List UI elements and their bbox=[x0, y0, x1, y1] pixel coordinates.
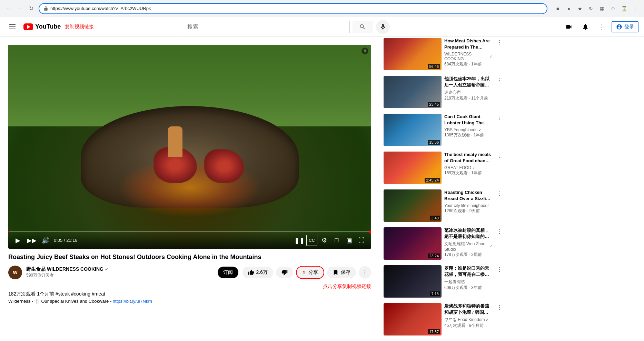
thumb-duration: 17:37 bbox=[428, 329, 440, 334]
sidebar-title: 罗翔：谁是说口秀的天花板，我可是在二楼丨吐槽大会 bbox=[444, 265, 493, 278]
sidebar-title: 范冰冰被封殺的真相，絕不是最初你知道的那樣，水太深、鱼... bbox=[444, 227, 493, 240]
thumbs-down-icon bbox=[281, 269, 288, 276]
more-options-button[interactable]: ⋮ bbox=[595, 20, 609, 34]
create-icon bbox=[565, 23, 572, 30]
sidebar-title: 他顶包坐牢25年，出狱后一人创立黑帮帝国，成为一代黑帮教... bbox=[444, 76, 493, 88]
current-time: 0:05 bbox=[54, 238, 62, 243]
miniplayer-button[interactable]: □ bbox=[331, 235, 342, 246]
subscribe-button[interactable]: 订阅 bbox=[218, 267, 238, 278]
sidebar-info: How Meat Dishes Are Prepared In The Vill… bbox=[444, 38, 493, 70]
reload-button[interactable]: ↻ bbox=[26, 4, 36, 13]
share-button[interactable]: ⇧ 分享 bbox=[296, 266, 324, 279]
more-vert-button[interactable]: ⋮ bbox=[495, 76, 504, 84]
sidebar-info: 范冰冰被封殺的真相，絕不是最初你知道的那樣，水太深、鱼... 文昭思维馆-Wen… bbox=[444, 227, 493, 260]
video-area: ℹ ▶ ▶▶ 🔊 0:05 / 21:18 ❚❚ CC ⚙ bbox=[0, 37, 379, 341]
sidebar-item[interactable]: 23:45 他顶包坐牢25年，出狱后一人创立黑帮帝国，成为一代黑帮教... 迷途… bbox=[382, 74, 505, 110]
sidebar-item[interactable]: 巴西传统烧烤牛排 아디보이 Yummyboy 70万次观看 · 1个月前 ⋮ bbox=[382, 340, 505, 341]
youtube-logo[interactable]: YouTube bbox=[23, 23, 61, 30]
video-stats: 182万次观看 1个月前 #steak #cooking #meat bbox=[8, 291, 371, 297]
video-player[interactable]: ℹ ▶ ▶▶ 🔊 0:05 / 21:18 ❚❚ CC ⚙ bbox=[8, 45, 371, 249]
search-input[interactable] bbox=[183, 24, 349, 30]
hand bbox=[168, 126, 182, 157]
profile-button[interactable]: ● bbox=[564, 4, 574, 13]
play-button[interactable]: ▶ bbox=[12, 235, 23, 246]
sidebar-info: 他顶包坐牢25年，出狱后一人创立黑帮帝国，成为一代黑帮教... 迷途心声 219… bbox=[444, 76, 493, 108]
video-info-button[interactable]: ℹ bbox=[361, 48, 368, 54]
more-vert-button[interactable]: ⋮ bbox=[495, 152, 504, 160]
favorites-button[interactable]: ★ bbox=[575, 4, 585, 13]
play-icon bbox=[27, 25, 30, 29]
sidebar-stats: 159万次观看 · 1年前 bbox=[444, 170, 493, 176]
captions-button[interactable]: CC bbox=[306, 235, 317, 246]
volume-button[interactable]: 🔊 bbox=[40, 235, 51, 246]
thumb-duration: 56:46 bbox=[428, 64, 440, 69]
sidebar-item[interactable]: 17:37 炭烤战斧和独特的番茄和胡萝卜泡菜 / 韩国肉类餐厅 쿠드킹 Food… bbox=[382, 302, 505, 337]
verified-badge: ✓ bbox=[105, 267, 108, 272]
header-left: YouTube 复制视频链接 bbox=[6, 20, 94, 34]
video-title: Roasting Juicy Beef Steaks on Hot Stones… bbox=[8, 253, 371, 261]
refresh-button[interactable]: ↻ bbox=[586, 4, 596, 13]
settings-button[interactable]: ⚙ bbox=[319, 235, 330, 246]
next-button[interactable]: ▶▶ bbox=[26, 235, 37, 246]
save-button[interactable]: 保存 bbox=[327, 267, 356, 278]
dislike-button[interactable] bbox=[276, 267, 293, 278]
verified-icon: ✓ bbox=[486, 318, 489, 322]
sidebar-item[interactable]: 7:18 罗翔：谁是说口秀的天花板，我可是在二楼丨吐槽大会 一起看综艺 606万… bbox=[382, 264, 505, 299]
video-content bbox=[8, 45, 371, 249]
forward-button[interactable]: → bbox=[15, 4, 25, 13]
notifications-button[interactable] bbox=[578, 20, 592, 34]
sidebar-stats: 1280次观看 · 9天前 bbox=[444, 208, 493, 214]
back-button[interactable]: ← bbox=[4, 4, 14, 13]
browser-nav-buttons: ← → ↻ bbox=[4, 4, 36, 13]
more-vert-button[interactable]: ⋮ bbox=[495, 227, 504, 236]
sidebar-item[interactable]: 56:46 How Meat Dishes Are Prepared In Th… bbox=[382, 37, 505, 72]
video-meta: Roasting Juicy Beef Steaks on Hot Stones… bbox=[8, 249, 371, 308]
more-vert-button[interactable]: ⋮ bbox=[495, 189, 504, 198]
sidebar-title: The best meaty meals of Great Food chann… bbox=[444, 152, 493, 164]
fullscreen-button[interactable]: ⛶ bbox=[356, 235, 367, 246]
header-right: ⋮ 登录 bbox=[562, 20, 638, 34]
more-tools-button[interactable]: ⋮ bbox=[630, 4, 640, 13]
sign-in-button[interactable]: 登录 bbox=[612, 21, 638, 32]
bookmark-button[interactable]: ✩ bbox=[608, 4, 618, 13]
share-icon: ⇧ bbox=[302, 270, 306, 275]
main-layout: ℹ ▶ ▶▶ 🔊 0:05 / 21:18 ❚❚ CC ⚙ bbox=[0, 37, 644, 341]
like-button[interactable]: 2.6万 bbox=[242, 267, 273, 278]
collections-button[interactable]: ▦ bbox=[597, 4, 607, 13]
sidebar-stats: 684万次观看 · 1年前 bbox=[444, 61, 493, 67]
sidebar-stats: 606万次观看 · 3年前 bbox=[444, 285, 493, 291]
sidebar-item[interactable]: 3:40 Roasting Chicken Breast Over a Sizz… bbox=[382, 188, 505, 223]
theater-button[interactable]: ▣ bbox=[344, 235, 355, 246]
create-button[interactable] bbox=[562, 20, 576, 34]
more-vert-button[interactable]: ⋮ bbox=[495, 265, 504, 273]
url-input[interactable] bbox=[50, 6, 543, 11]
sidebar-item[interactable]: 15:36 Can I Cook Giant Lobster Using The… bbox=[382, 112, 505, 147]
more-actions-button[interactable]: ⋮ bbox=[359, 266, 371, 279]
microphone-button[interactable] bbox=[376, 20, 390, 34]
sidebar-channel: 쿠드킹 Food Kingdom✓ bbox=[444, 317, 493, 323]
share-label: 分享 bbox=[308, 269, 318, 276]
more-vert-button[interactable]: ⋮ bbox=[495, 303, 504, 311]
time-display: 0:05 / 21:18 bbox=[54, 238, 78, 243]
video-description: Wilderness - 🍴 Our special Knives and Co… bbox=[8, 299, 371, 304]
verified-icon: ✓ bbox=[472, 166, 475, 170]
sidebar-info: 罗翔：谁是说口秀的天花板，我可是在二楼丨吐槽大会 一起看综艺 606万次观看 ·… bbox=[444, 265, 493, 298]
channel-avatar: W bbox=[8, 266, 22, 279]
menu-button[interactable] bbox=[6, 20, 19, 34]
extensions-button[interactable]: ■ bbox=[553, 4, 563, 13]
sidebar-info: The best meaty meals of Great Food chann… bbox=[444, 152, 493, 184]
pause-button[interactable]: ❚❚ bbox=[294, 235, 305, 246]
more-vert-button[interactable]: ⋮ bbox=[495, 38, 504, 46]
sidebar-stats: 219万次观看 · 11个月前 bbox=[444, 95, 493, 101]
desc-link[interactable]: https://bit.ly/3l7Nkrn bbox=[113, 299, 152, 304]
mic-icon bbox=[379, 23, 386, 30]
sidebar-item[interactable]: 2:45:24 The best meaty meals of Great Fo… bbox=[382, 150, 505, 185]
search-bar bbox=[183, 21, 350, 33]
more-vert-button[interactable]: ⋮ bbox=[495, 114, 504, 122]
sidebar-channel: Your city life's neighbour bbox=[444, 203, 493, 208]
search-icon bbox=[359, 23, 366, 30]
history-button[interactable]: ⌛ bbox=[619, 4, 629, 13]
sidebar-item[interactable]: 23:24 范冰冰被封殺的真相，絕不是最初你知道的那樣，水太深、鱼... 文昭思… bbox=[382, 226, 505, 261]
sidebar-channel: 一起看综艺 bbox=[444, 279, 493, 285]
search-button[interactable] bbox=[353, 21, 373, 33]
